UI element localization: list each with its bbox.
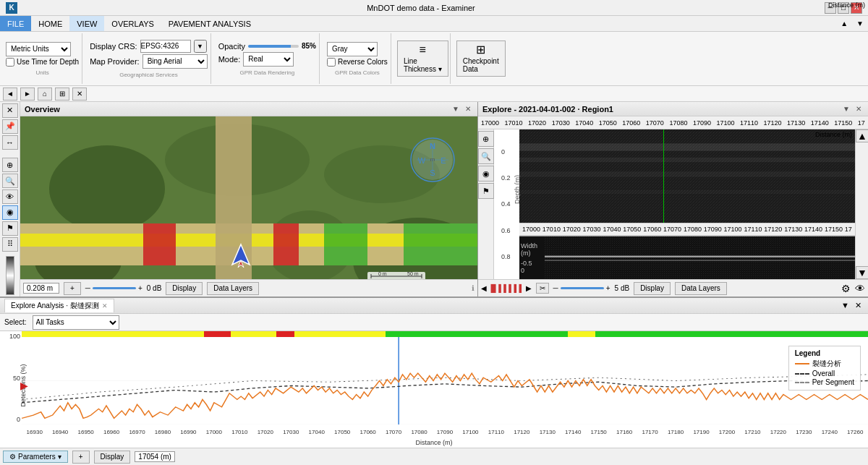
svg-rect-47 bbox=[545, 256, 855, 257]
legend-cracks: 裂缝分析 bbox=[795, 359, 854, 369]
analysis-add-btn[interactable]: + bbox=[72, 451, 90, 464]
svg-text:E: E bbox=[441, 156, 446, 165]
checkpoint-icon: ⊞ bbox=[476, 44, 485, 56]
task-select[interactable]: All Tasks Task 1 Task 2 bbox=[33, 315, 119, 330]
band-yellow bbox=[22, 331, 204, 337]
crs-label: Display CRS: bbox=[90, 42, 137, 51]
analysis-collapse-btn[interactable]: ▼ bbox=[839, 301, 851, 310]
legend-box: Legend 裂缝分析 Overall Per Segment bbox=[788, 346, 861, 391]
parameters-btn[interactable]: ⚙ Parameters ▾ bbox=[3, 451, 68, 463]
radar-image[interactable] bbox=[519, 129, 855, 223]
analysis-display-btn[interactable]: Display bbox=[94, 451, 131, 464]
svg-rect-12 bbox=[404, 223, 461, 265]
use-time-depth-checkbox[interactable] bbox=[6, 58, 14, 67]
svg-rect-14 bbox=[216, 116, 252, 279]
explore-icon2[interactable]: 👁 bbox=[855, 283, 865, 294]
menu-overlays[interactable]: OVERLAYS bbox=[104, 16, 161, 31]
explore-db-value: 5 dB bbox=[615, 284, 630, 292]
aerial-map-svg: N E W S m 0 m 50 bbox=[20, 116, 477, 279]
explore-close-btn[interactable]: ✕ bbox=[854, 105, 864, 113]
ribbon-up-btn[interactable]: ▲ bbox=[836, 20, 852, 27]
geo-services-group: Display CRS: ▼ Map Provider: Bing Aerial… bbox=[87, 33, 210, 84]
sidebar-nav-btn[interactable]: ↔ bbox=[2, 135, 18, 150]
scroll-up-btn[interactable]: ▲ bbox=[856, 129, 868, 142]
explore-cursor-btn[interactable]: ⊕ bbox=[478, 131, 494, 147]
subbar-home-btn[interactable]: ⌂ bbox=[38, 88, 52, 101]
bottom-panel: Explore Analysis · 裂缝探测 ✕ ▼ ✕ Select: Al… bbox=[0, 297, 868, 465]
crs-btn[interactable]: ▼ bbox=[194, 40, 207, 53]
brightness-slider[interactable]: ─+ bbox=[85, 284, 142, 292]
analysis-close-btn[interactable]: ✕ bbox=[853, 301, 864, 310]
subbar-close-btn[interactable]: ✕ bbox=[72, 88, 87, 101]
explore-display-btn[interactable]: Display bbox=[634, 282, 671, 295]
line-thickness-group: ≡ LineThickness ▾ bbox=[396, 33, 451, 84]
overview-add-btn[interactable]: + bbox=[64, 282, 81, 295]
svg-text:0 m: 0 m bbox=[378, 271, 387, 276]
analysis-header: Explore Analysis · 裂缝探测 ✕ ▼ ✕ bbox=[0, 298, 868, 314]
sidebar-view-btn[interactable]: 👁 bbox=[2, 189, 18, 204]
explore-data-layers-btn[interactable]: Data Layers bbox=[675, 282, 727, 295]
scroll-down-btn[interactable]: ▼ bbox=[856, 266, 868, 279]
checkpoint-btn[interactable]: ⊞ CheckpointData bbox=[456, 40, 506, 77]
explore-icon1[interactable]: ⚙ bbox=[841, 283, 851, 294]
sidebar-flag-btn[interactable]: ⚑ bbox=[2, 221, 18, 236]
map-container[interactable]: N E W S m 0 m 50 bbox=[20, 116, 477, 279]
sidebar-zoom-btn[interactable]: 🔍 bbox=[2, 174, 18, 188]
reverse-colors-checkbox[interactable] bbox=[327, 58, 336, 67]
legend-title: Legend bbox=[795, 349, 854, 357]
analysis-tab-close[interactable]: ✕ bbox=[102, 302, 108, 310]
overview-footer: 0.208 m + ─+ 0 dB Display Data Layers ℹ bbox=[20, 279, 477, 297]
explore-measure-btn[interactable]: ✂ bbox=[536, 283, 549, 294]
line-thickness-btn[interactable]: ≡ LineThickness ▾ bbox=[397, 40, 448, 77]
sidebar-cursor-btn[interactable]: ⊕ bbox=[2, 158, 18, 172]
title-bar: K MnDOT demo data - Examiner ─ □ ✕ bbox=[0, 0, 868, 16]
analysis-tab[interactable]: Explore Analysis · 裂缝探测 ✕ bbox=[4, 299, 114, 312]
analysis-content: 100 50 0 Detections (%) bbox=[0, 331, 868, 439]
overview-close-btn[interactable]: ✕ bbox=[463, 105, 473, 113]
explore-nav-left[interactable]: ◀ ▐▌▌▌▌▌▌ ▶ bbox=[481, 284, 532, 292]
gpr-colors-group: Gray Seismic Hot Reverse Colors GPR Data… bbox=[324, 33, 391, 84]
overview-collapse-btn[interactable]: ▼ bbox=[450, 105, 461, 113]
info-icon[interactable]: ℹ bbox=[472, 284, 475, 292]
svg-rect-46 bbox=[545, 236, 855, 279]
crs-input[interactable] bbox=[140, 40, 191, 53]
mode-select[interactable]: Real Processed bbox=[243, 52, 294, 67]
menu-view[interactable]: VIEW bbox=[69, 16, 104, 31]
legend-segment-line bbox=[795, 382, 809, 383]
app-icon[interactable]: K bbox=[6, 2, 17, 14]
explore-collapse-btn[interactable]: ▼ bbox=[841, 105, 852, 113]
db-value: 0 dB bbox=[147, 284, 162, 292]
color-select[interactable]: Gray Seismic Hot bbox=[327, 42, 378, 56]
overview-display-btn[interactable]: Display bbox=[166, 282, 203, 295]
radar-content: ⊕ 🔍 ◉ ⚑ Depth (m) 00.20.40.60.8 bbox=[478, 129, 868, 279]
analysis-footer: ⚙ Parameters ▾ + Display 17054 (m) bbox=[0, 448, 868, 465]
subbar-forward-btn[interactable]: ► bbox=[20, 88, 35, 101]
params-arrow: ▾ bbox=[58, 453, 61, 461]
overview-data-layers-btn[interactable]: Data Layers bbox=[207, 282, 259, 295]
sidebar-grid-btn[interactable]: ⠿ bbox=[2, 237, 18, 252]
svg-rect-9 bbox=[143, 223, 176, 265]
gpr-render-label: GPR Data Rendering bbox=[218, 69, 316, 76]
opacity-slider[interactable] bbox=[248, 45, 299, 48]
subbar-back-btn[interactable]: ◄ bbox=[3, 88, 17, 101]
sidebar-pin-btn[interactable]: 📌 bbox=[2, 119, 18, 134]
explore-layer-btn[interactable]: ◉ bbox=[478, 166, 494, 182]
subbar-layout-btn[interactable]: ⊞ bbox=[55, 88, 69, 101]
explore-zoom-btn[interactable]: 🔍 bbox=[478, 148, 494, 164]
y-axis: 100 50 0 bbox=[0, 331, 22, 425]
band-green1 bbox=[386, 331, 568, 337]
width-axis: Width (m) -0.5 0 bbox=[519, 236, 545, 279]
svg-rect-11 bbox=[324, 223, 367, 265]
ribbon-down-btn[interactable]: ▼ bbox=[852, 20, 868, 27]
menu-pavement[interactable]: PAVEMENT ANALYSIS bbox=[161, 16, 258, 31]
units-select[interactable]: Metric Units Imperial Units bbox=[6, 42, 71, 56]
explore-nav-btn[interactable]: ⚑ bbox=[478, 183, 494, 199]
menu-file[interactable]: FILE bbox=[0, 16, 31, 31]
distance-value: 0.208 m bbox=[23, 283, 59, 294]
menu-home[interactable]: HOME bbox=[31, 16, 69, 31]
sidebar-pie-btn[interactable]: ◉ bbox=[2, 205, 18, 220]
sidebar-close-btn[interactable]: ✕ bbox=[2, 103, 18, 118]
width-signal bbox=[545, 236, 855, 279]
map-provider-select[interactable]: Bing Aerial OpenStreetMap bbox=[142, 54, 208, 69]
explore-brightness-slider[interactable]: ─+ bbox=[553, 284, 610, 292]
